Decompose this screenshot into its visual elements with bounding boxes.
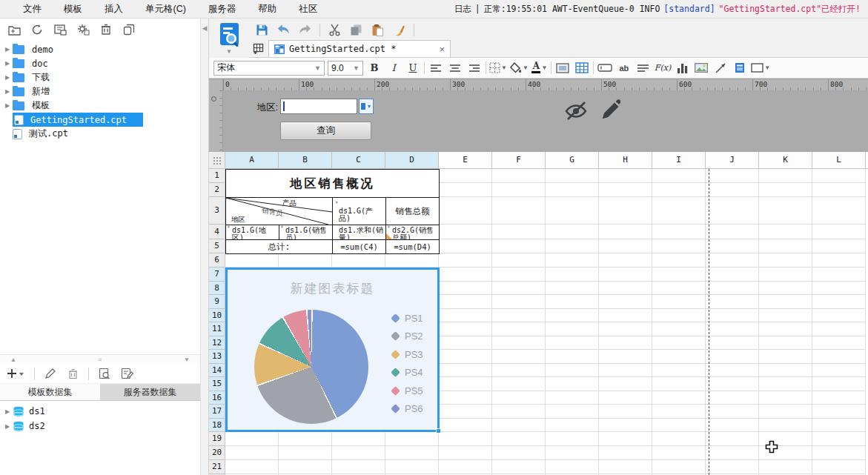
report-title-cell[interactable]: 地区销售概况 — [226, 170, 440, 198]
menu-item-单元格(C)[interactable]: 单元格(C) — [134, 0, 197, 18]
param-combo-button[interactable]: ▼ — [359, 99, 374, 114]
expand-caret-icon[interactable]: ▶ — [2, 408, 13, 415]
expand-caret-icon[interactable]: ▶ — [2, 74, 13, 81]
menu-item-帮助[interactable]: 帮助 — [247, 0, 288, 18]
tree-folder-下载[interactable]: ▶下载 — [0, 70, 200, 84]
cell-d4[interactable]: * ds2.G(销售总额) — [386, 225, 440, 240]
splitter-handle-icon[interactable]: ＝ — [97, 356, 103, 364]
expand-caret-icon[interactable]: ▶ — [2, 423, 13, 430]
new-folder-icon[interactable] — [7, 23, 21, 36]
row-header-16[interactable]: 16 — [209, 391, 225, 405]
collapse-down-icon[interactable]: ▼ — [184, 356, 190, 363]
merge-cells-button[interactable] — [554, 60, 571, 76]
dataset-tab-模板数据集[interactable]: 模板数据集 — [0, 384, 100, 400]
tree-file-测试.cpt[interactable]: 测试.cpt — [0, 127, 200, 141]
column-header-G[interactable]: G — [546, 152, 599, 168]
row-header-19[interactable]: 19 — [209, 432, 225, 446]
pie-plot[interactable] — [254, 310, 368, 424]
row-header-20[interactable]: 20 — [209, 446, 225, 460]
row-header-7[interactable]: 7 — [209, 268, 225, 282]
font-size-select[interactable]: 9.0 ▼ — [328, 61, 363, 76]
expand-caret-icon[interactable]: ▶ — [2, 46, 13, 53]
column-header-C[interactable]: C — [332, 152, 385, 168]
subreport-button[interactable] — [732, 60, 748, 76]
row-header-13[interactable]: 13 — [209, 350, 225, 364]
cut-icon[interactable] — [328, 23, 342, 37]
column-header-D[interactable]: D — [385, 152, 439, 168]
row-header-9[interactable]: 9 — [209, 295, 225, 309]
pie-chart-widget[interactable]: 新建图表标题 PS1PS2PS3PS4PS5PS6 — [225, 268, 440, 432]
add-dataset-icon[interactable] — [6, 367, 25, 380]
hide-pane-eye-icon[interactable] — [564, 99, 588, 122]
row-header-14[interactable]: 14 — [209, 364, 225, 378]
preview-dataset-icon[interactable] — [98, 367, 111, 380]
tree-folder-新增[interactable]: ▶新增 — [0, 84, 200, 99]
formula-button[interactable]: F(x) — [655, 60, 671, 76]
column-header-H[interactable]: H — [599, 152, 652, 168]
copy-icon[interactable] — [349, 23, 363, 37]
cell-d3[interactable]: 销售总额 — [386, 198, 440, 225]
menu-item-文件[interactable]: 文件 — [12, 0, 53, 18]
line-button[interactable] — [712, 60, 729, 76]
dataset-item-ds1[interactable]: ▶ds1 — [0, 404, 200, 419]
cell-a4[interactable]: * ds1.G(地区) — [226, 225, 279, 240]
install-plugin-icon[interactable] — [76, 23, 90, 36]
row-header-11[interactable]: 11 — [209, 322, 225, 336]
row-header-18[interactable]: 18 — [209, 419, 225, 433]
preview-dropdown-caret[interactable]: ▼ — [226, 48, 232, 55]
row-header-15[interactable]: 15 — [209, 377, 225, 391]
menu-item-模板[interactable]: 模板 — [53, 0, 93, 18]
expand-caret-icon[interactable]: ▶ — [2, 102, 13, 109]
chart-button[interactable] — [674, 60, 690, 76]
row-header-4[interactable]: 4 — [209, 225, 225, 239]
parameter-pane[interactable]: 地区: ▼ 查询 — [223, 90, 868, 152]
expand-caret-icon[interactable]: ▶ — [2, 60, 13, 67]
row-header-3[interactable]: 3 — [209, 197, 225, 225]
legend-item-PS1[interactable]: PS1 — [392, 313, 423, 323]
split-cells-button[interactable] — [574, 60, 590, 76]
row-header-8[interactable]: 8 — [209, 282, 225, 296]
legend-item-PS4[interactable]: PS4 — [392, 368, 423, 378]
batch-edit-dataset-icon[interactable] — [120, 367, 133, 380]
paste-icon[interactable] — [371, 23, 385, 37]
tree-file-GettingStarted.cpt[interactable]: GettingStarted.cpt — [0, 113, 200, 127]
column-header-E[interactable]: E — [439, 152, 492, 168]
new-report-icon[interactable] — [249, 41, 268, 57]
align-center-button[interactable] — [447, 60, 463, 76]
refresh-icon[interactable] — [30, 23, 44, 36]
legend-item-PS6[interactable]: PS6 — [392, 404, 423, 414]
spreadsheet-grid[interactable]: 地区销售概况 产品 销售员 地区 ➤ ds1.G(产品 — [225, 169, 868, 475]
border-button[interactable]: ▼ — [489, 60, 507, 76]
panel-splitter[interactable]: ▲ ＝ ▼ — [0, 354, 200, 364]
row-header-12[interactable]: 12 — [209, 336, 225, 351]
italic-button[interactable]: I — [385, 60, 402, 76]
delete-icon[interactable] — [99, 23, 113, 36]
edit-dataset-icon[interactable] — [44, 367, 57, 380]
collapse-up-icon[interactable]: ▲ — [10, 356, 16, 363]
column-header-L[interactable]: L — [812, 152, 866, 168]
tab-close-icon[interactable]: × — [439, 44, 445, 54]
column-header-K[interactable]: K — [759, 152, 812, 168]
menu-item-服务器[interactable]: 服务器 — [197, 0, 248, 18]
log-button[interactable]: 日志 — [454, 4, 471, 15]
fill-color-button[interactable]: ▼ — [510, 60, 529, 76]
locate-template-icon[interactable] — [53, 23, 67, 36]
tree-folder-demo[interactable]: ▶demo — [0, 42, 200, 56]
row-header-5[interactable]: 5 — [209, 239, 225, 253]
resize-handle[interactable] — [436, 428, 441, 434]
text-widget-button[interactable]: ab — [616, 60, 632, 76]
column-header-I[interactable]: I — [652, 152, 706, 168]
row-header-2[interactable]: 2 — [209, 183, 225, 197]
tree-folder-doc[interactable]: ▶doc — [0, 56, 200, 70]
delete-dataset-icon[interactable] — [66, 367, 79, 380]
row-header-1[interactable]: 1 — [209, 169, 225, 183]
column-header-B[interactable]: B — [279, 152, 332, 168]
dataset-item-ds2[interactable]: ▶ds2 — [0, 419, 200, 434]
font-color-button[interactable]: A ▼ — [531, 60, 548, 76]
document-tab[interactable]: GettingStarted.cpt * × — [268, 40, 451, 57]
undo-icon[interactable] — [276, 23, 291, 37]
column-header-F[interactable]: F — [492, 152, 546, 168]
cell-c3[interactable]: ➤ ds1.G(产品) — [333, 198, 386, 225]
rich-text-button[interactable] — [635, 60, 652, 76]
cell-d5[interactable]: =sum(D4) — [386, 240, 440, 254]
